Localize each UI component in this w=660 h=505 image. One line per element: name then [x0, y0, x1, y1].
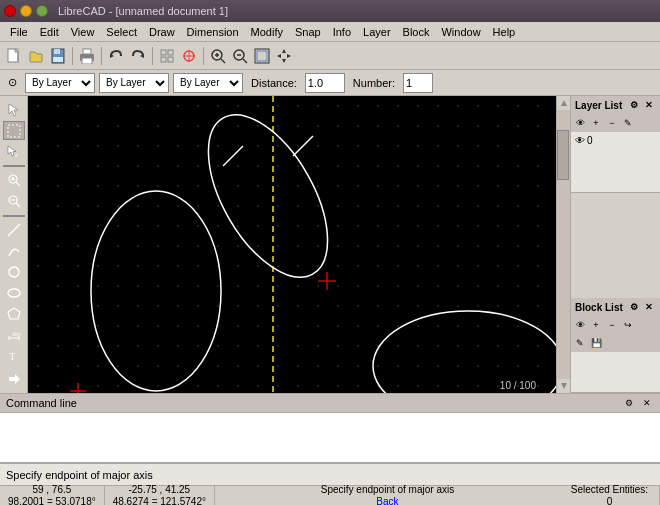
poly-tool[interactable] — [3, 305, 25, 324]
linetype-select[interactable]: By Layer — [173, 73, 243, 93]
layer-list-icons: ⚙ ✕ — [627, 98, 656, 112]
menu-dimension[interactable]: Dimension — [181, 24, 245, 40]
canvas-container: 10 / 100 — [28, 96, 570, 393]
vscroll-track[interactable] — [557, 110, 570, 379]
menu-window[interactable]: Window — [435, 24, 486, 40]
svg-marker-27 — [282, 49, 286, 53]
distance-input[interactable] — [305, 73, 345, 93]
vscroll-thumb[interactable] — [557, 130, 569, 180]
text-tool[interactable]: T — [3, 347, 25, 366]
circle-tool[interactable] — [3, 263, 25, 282]
zoom-in-button[interactable] — [208, 46, 228, 66]
vertical-scrollbar[interactable] — [556, 96, 570, 393]
layer-name: 0 — [587, 135, 593, 146]
layer-row-0[interactable]: 👁 0 — [573, 134, 658, 147]
bottom-area: Command line ⚙ ✕ Specify endpoint of maj… — [0, 393, 660, 505]
grid-button[interactable] — [157, 46, 177, 66]
layer-settings-icon[interactable]: ⚙ — [627, 98, 641, 112]
layer-list-section: Layer List ⚙ ✕ 👁 + − ✎ — [571, 96, 660, 193]
block-visible-icon[interactable]: 👁 — [573, 318, 587, 332]
coord-section-2: -25.75 , 41.25 48.6274 = 121.5742° — [105, 486, 215, 505]
layer-select[interactable]: By Layer — [25, 73, 95, 93]
snap-button[interactable] — [179, 46, 199, 66]
undo-button[interactable] — [106, 46, 126, 66]
vscroll-down[interactable] — [557, 379, 570, 393]
block-list-title: Block List — [575, 302, 623, 313]
block-list-icons: ⚙ ✕ — [627, 300, 656, 314]
block-insert-icon[interactable]: ↪ — [621, 318, 635, 332]
select-box-tool[interactable] — [3, 121, 25, 140]
block-edit-icon[interactable]: ✎ — [573, 336, 587, 350]
menu-view[interactable]: View — [65, 24, 101, 40]
menu-snap[interactable]: Snap — [289, 24, 327, 40]
arrow-right-tool[interactable] — [3, 370, 25, 389]
line-tool[interactable] — [3, 221, 25, 240]
layer-add-icon[interactable]: + — [589, 116, 603, 130]
block-close-icon[interactable]: ✕ — [642, 300, 656, 314]
window-controls[interactable] — [4, 5, 48, 17]
zoom-all-button[interactable] — [252, 46, 272, 66]
block-settings-icon[interactable]: ⚙ — [627, 300, 641, 314]
print-button[interactable] — [77, 46, 97, 66]
vscroll-up[interactable] — [557, 96, 570, 110]
block-save-icon[interactable]: 💾 — [589, 336, 603, 350]
status-bar: Specify endpoint of major axis — [0, 463, 660, 485]
drawing-canvas[interactable]: 10 / 100 — [28, 96, 556, 393]
zoom-out-button[interactable] — [230, 46, 250, 66]
cmdline-close-icon[interactable]: ✕ — [640, 396, 654, 410]
separator — [72, 47, 73, 65]
select-tool[interactable] — [3, 100, 25, 119]
command-line-area[interactable] — [0, 413, 660, 463]
new-button[interactable] — [4, 46, 24, 66]
selected-label: Selected Entities: — [571, 484, 648, 496]
color-select[interactable]: By Layer — [99, 73, 169, 93]
save-button[interactable] — [48, 46, 68, 66]
back-link[interactable]: Back — [376, 496, 398, 506]
number-input[interactable] — [403, 73, 433, 93]
menu-select[interactable]: Select — [100, 24, 143, 40]
block-list-header: Block List ⚙ ✕ — [571, 298, 660, 316]
svg-rect-4 — [54, 49, 60, 54]
svg-rect-26 — [257, 51, 267, 61]
menu-modify[interactable]: Modify — [245, 24, 289, 40]
menu-help[interactable]: Help — [487, 24, 522, 40]
menu-info[interactable]: Info — [327, 24, 357, 40]
select-add-tool[interactable]: + — [3, 142, 25, 161]
block-delete-icon[interactable]: − — [605, 318, 619, 332]
arc-tool[interactable] — [3, 242, 25, 261]
menu-edit[interactable]: Edit — [34, 24, 65, 40]
svg-rect-5 — [53, 57, 63, 62]
menu-draw[interactable]: Draw — [143, 24, 181, 40]
redo-button[interactable] — [128, 46, 148, 66]
layer-close-icon[interactable]: ✕ — [642, 98, 656, 112]
svg-rect-11 — [161, 50, 166, 55]
layer-list-content: 👁 0 — [571, 132, 660, 192]
ellipse-tool[interactable] — [3, 284, 25, 303]
dimension-tool[interactable]: dim — [3, 326, 25, 345]
left-toolbar: + d — [0, 96, 28, 393]
cmdline-settings-icon[interactable]: ⚙ — [622, 396, 636, 410]
maximize-button[interactable] — [36, 5, 48, 17]
menu-block[interactable]: Block — [397, 24, 436, 40]
zoom-out-tool[interactable] — [3, 192, 25, 211]
coord-xy3: -25.75 , 41.25 — [128, 484, 190, 496]
minimize-button[interactable] — [20, 5, 32, 17]
close-button[interactable] — [4, 5, 16, 17]
block-add-icon[interactable]: + — [589, 318, 603, 332]
zoom-pan-button[interactable] — [274, 46, 294, 66]
layer-visible-icon[interactable]: 👁 — [573, 116, 587, 130]
open-button[interactable] — [26, 46, 46, 66]
menu-layer[interactable]: Layer — [357, 24, 397, 40]
middle-prompt: Specify endpoint of major axis — [321, 484, 454, 496]
svg-marker-45 — [8, 308, 20, 319]
menubar: File Edit View Select Draw Dimension Mod… — [0, 22, 660, 42]
svg-line-40 — [16, 203, 20, 207]
layer-delete-icon[interactable]: − — [605, 116, 619, 130]
svg-rect-12 — [168, 50, 173, 55]
layer-edit-icon[interactable]: ✎ — [621, 116, 635, 130]
menu-file[interactable]: File — [4, 24, 34, 40]
command-line-label: Command line — [6, 397, 77, 409]
zoom-in-tool[interactable] — [3, 171, 25, 190]
svg-marker-28 — [282, 59, 286, 63]
layer-label: ⊙ — [4, 76, 21, 89]
